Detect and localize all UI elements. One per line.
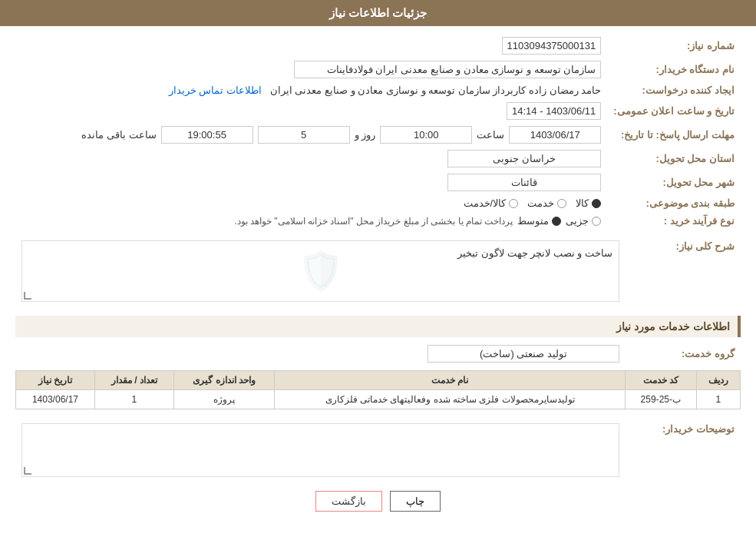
tarikh-saat-value: 1403/06/11 - 14:14 [15,99,607,123]
cell-name: تولیدسایرمحصولات فلزی ساخته شده وفعالیته… [275,390,626,409]
sharh-table: شرح کلی نیاز: 🛡️ ساخت و نصب لانچر جهت لا… [15,234,741,308]
print-button[interactable]: چاپ [390,491,441,512]
goroh-box: تولید صنعتی (ساخت) [428,345,619,363]
mohlat-value: 1403/06/17 ساعت 10:00 روز و 5 19:00:55 س… [15,123,607,147]
tabaqe-kala-khedmat-item: کالا/خدمت [464,197,519,209]
ijad-konande-label: ایجاد کننده درخواست: [607,81,741,99]
mohlat-roz-label: روز و [355,129,376,141]
contact-info-link[interactable]: اطلاعات تماس خریدار [169,84,262,96]
resize-handle [24,292,31,300]
sharh-area: 🛡️ ساخت و نصب لانچر جهت لاگون تبخیر [21,240,619,302]
ijad-konande-text: حامد رمضان زاده کاربرداز سازمان توسعه و … [270,84,601,96]
cell-radif: 1 [696,390,740,409]
shomare-niaz-box: 1103094375000131 [502,37,602,55]
ostan-label: استان محل تحویل: [607,147,741,171]
mohlat-baqi-label: ساعت باقی مانده [81,129,156,141]
mohlat-roz-box: 5 [258,126,350,144]
noe-farayand-value: جزیی متوسط پرداخت تمام یا بخشی از مبلغ خ… [15,212,607,230]
tarikh-saat-box: 1403/06/11 - 14:14 [507,102,601,120]
col-kod: کد خدمت [625,371,696,390]
ostan-box: خراسان جنوبی [447,150,601,167]
mohlat-saat-label: ساعت [477,129,504,141]
table-row: 1 ب-25-259 تولیدسایرمحصولات فلزی ساخته ش… [16,390,741,409]
cell-vahed: پروژه [173,390,275,409]
ijad-konande-value: حامد رمضان زاده کاربرداز سازمان توسعه و … [15,81,607,99]
tosihaat-label: توضیحات خریدار: [626,417,741,480]
tabaqe-khedmat-label: خدمت [527,197,554,209]
goroh-label: گروه خدمت: [626,342,741,366]
tosihaat-area [21,423,619,477]
khadamat-section-header: اطلاعات خدمات مورد نیاز [15,316,741,337]
sharh-text: ساخت و نصب لانچر جهت لاگون تبخیر [457,247,612,259]
farayand-jozi-label: جزیی [566,215,589,227]
nam-dasgah-label: نام دستگاه خریدار: [607,58,741,81]
tabaqe-kala-radio [592,199,601,208]
page-wrapper: جزئیات اطلاعات نیاز شماره نیاز: 11030943… [0,0,756,540]
back-button[interactable]: بازگشت [315,491,382,512]
watermark: 🛡️ [298,250,344,293]
goroh-table: گروه خدمت: تولید صنعتی (ساخت) [15,342,741,366]
col-vahed: واحد اندازه گیری [173,371,275,390]
services-table: ردیف کد خدمت نام خدمت واحد اندازه گیری ت… [15,370,741,409]
col-radif: ردیف [696,371,740,390]
tarikh-saat-label: تاریخ و ساعت اعلان عمومی: [607,99,741,123]
shahr-box: قائنات [447,174,601,191]
col-name: نام خدمت [275,371,626,390]
nam-dasgah-value: سازمان توسعه و نوسازی معادن و صنایع معدن… [15,58,607,81]
tabaqe-kala-khedmat-radio [509,199,518,208]
shomare-niaz-label: شماره نیاز: [607,34,741,58]
farayand-motavasset-radio [552,217,561,226]
mohlat-label: مهلت ارسال پاسخ: تا تاریخ: [607,123,741,147]
main-content: شماره نیاز: 1103094375000131 نام دستگاه … [0,26,756,530]
page-title: جزئیات اطلاعات نیاز [329,6,427,19]
shahr-value: قائنات [15,171,607,194]
tabaqe-khedmat-radio [557,199,566,208]
tabaqe-kala-item: کالا [576,197,601,209]
farayand-motavasset-label: متوسط [517,215,549,227]
sharh-value-cell: 🛡️ ساخت و نصب لانچر جهت لاگون تبخیر [15,234,626,308]
cell-tarikh: 1403/06/17 [16,390,95,409]
notes-resize-handle [24,467,31,475]
farayand-motavasset-item: متوسط [517,215,561,227]
farayand-note: پرداخت تمام یا بخشی از مبلغ خریداز محل "… [234,216,513,227]
tabaqe-value: کالا خدمت کالا/خدمت [15,194,607,212]
button-row: چاپ بازگشت [15,491,741,512]
shahr-label: شهر محل تحویل: [607,171,741,194]
ostan-value: خراسان جنوبی [15,147,607,171]
tabaqe-kala-khedmat-label: کالا/خدمت [464,197,507,209]
tosihaat-table: توضیحات خریدار: [15,417,741,480]
col-tarikh: تاریخ نیاز [16,371,95,390]
farayand-jozi-radio [592,217,601,226]
mohlat-saat-box: 10:00 [380,126,472,144]
tosihaat-value-cell [15,417,626,480]
cell-kod: ب-25-259 [625,390,696,409]
col-tedad: تعداد / مقدار [94,371,173,390]
cell-tedad: 1 [94,390,173,409]
noe-farayand-label: نوع فرآیند خرید : [607,212,741,230]
page-header: جزئیات اطلاعات نیاز [0,0,756,26]
nam-dasgah-box: سازمان توسعه و نوسازی معادن و صنایع معدن… [294,61,601,78]
shomare-niaz-value: 1103094375000131 [15,34,607,58]
sharh-label: شرح کلی نیاز: [626,234,741,308]
mohlat-baqi-box: 19:00:55 [161,126,253,144]
farayand-jozi-item: جزیی [566,215,601,227]
tabaqe-label: طبقه بندی موضوعی: [607,194,741,212]
tabaqe-khedmat-item: خدمت [527,197,566,209]
mohlat-date-box: 1403/06/17 [509,126,601,144]
tabaqe-kala-label: کالا [576,197,589,209]
goroh-value-cell: تولید صنعتی (ساخت) [15,342,626,366]
info-table: شماره نیاز: 1103094375000131 نام دستگاه … [15,34,741,230]
